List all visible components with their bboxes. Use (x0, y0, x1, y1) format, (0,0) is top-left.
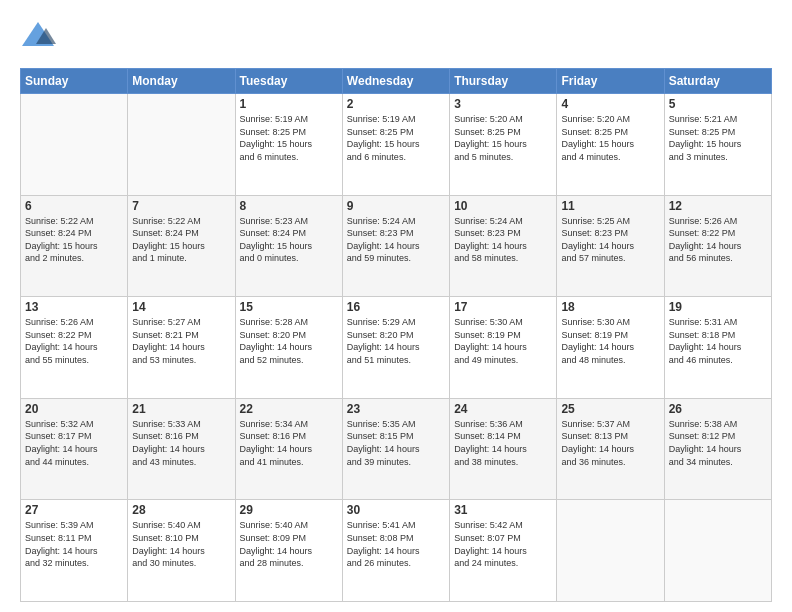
day-cell: 26Sunrise: 5:38 AM Sunset: 8:12 PM Dayli… (664, 398, 771, 500)
day-info: Sunrise: 5:21 AM Sunset: 8:25 PM Dayligh… (669, 113, 767, 163)
day-number: 30 (347, 503, 445, 517)
logo (20, 18, 60, 58)
logo-icon (20, 18, 56, 58)
day-number: 27 (25, 503, 123, 517)
day-number: 7 (132, 199, 230, 213)
day-info: Sunrise: 5:22 AM Sunset: 8:24 PM Dayligh… (132, 215, 230, 265)
day-cell: 3Sunrise: 5:20 AM Sunset: 8:25 PM Daylig… (450, 94, 557, 196)
day-info: Sunrise: 5:25 AM Sunset: 8:23 PM Dayligh… (561, 215, 659, 265)
day-info: Sunrise: 5:30 AM Sunset: 8:19 PM Dayligh… (561, 316, 659, 366)
col-sunday: Sunday (21, 69, 128, 94)
calendar-table: Sunday Monday Tuesday Wednesday Thursday… (20, 68, 772, 602)
col-monday: Monday (128, 69, 235, 94)
day-number: 25 (561, 402, 659, 416)
week-row-5: 27Sunrise: 5:39 AM Sunset: 8:11 PM Dayli… (21, 500, 772, 602)
day-info: Sunrise: 5:30 AM Sunset: 8:19 PM Dayligh… (454, 316, 552, 366)
calendar-header: Sunday Monday Tuesday Wednesday Thursday… (21, 69, 772, 94)
day-cell: 23Sunrise: 5:35 AM Sunset: 8:15 PM Dayli… (342, 398, 449, 500)
day-info: Sunrise: 5:38 AM Sunset: 8:12 PM Dayligh… (669, 418, 767, 468)
week-row-2: 6Sunrise: 5:22 AM Sunset: 8:24 PM Daylig… (21, 195, 772, 297)
day-number: 9 (347, 199, 445, 213)
day-info: Sunrise: 5:26 AM Sunset: 8:22 PM Dayligh… (25, 316, 123, 366)
day-number: 22 (240, 402, 338, 416)
day-number: 31 (454, 503, 552, 517)
day-info: Sunrise: 5:35 AM Sunset: 8:15 PM Dayligh… (347, 418, 445, 468)
day-info: Sunrise: 5:39 AM Sunset: 8:11 PM Dayligh… (25, 519, 123, 569)
day-number: 15 (240, 300, 338, 314)
day-number: 14 (132, 300, 230, 314)
day-number: 16 (347, 300, 445, 314)
day-info: Sunrise: 5:42 AM Sunset: 8:07 PM Dayligh… (454, 519, 552, 569)
header (20, 18, 772, 58)
col-saturday: Saturday (664, 69, 771, 94)
day-info: Sunrise: 5:19 AM Sunset: 8:25 PM Dayligh… (240, 113, 338, 163)
day-cell (557, 500, 664, 602)
day-info: Sunrise: 5:27 AM Sunset: 8:21 PM Dayligh… (132, 316, 230, 366)
day-info: Sunrise: 5:20 AM Sunset: 8:25 PM Dayligh… (454, 113, 552, 163)
day-number: 21 (132, 402, 230, 416)
day-cell: 25Sunrise: 5:37 AM Sunset: 8:13 PM Dayli… (557, 398, 664, 500)
day-cell: 30Sunrise: 5:41 AM Sunset: 8:08 PM Dayli… (342, 500, 449, 602)
day-cell: 21Sunrise: 5:33 AM Sunset: 8:16 PM Dayli… (128, 398, 235, 500)
day-number: 24 (454, 402, 552, 416)
col-tuesday: Tuesday (235, 69, 342, 94)
day-cell: 20Sunrise: 5:32 AM Sunset: 8:17 PM Dayli… (21, 398, 128, 500)
day-cell: 4Sunrise: 5:20 AM Sunset: 8:25 PM Daylig… (557, 94, 664, 196)
day-number: 5 (669, 97, 767, 111)
day-number: 18 (561, 300, 659, 314)
day-number: 1 (240, 97, 338, 111)
day-number: 28 (132, 503, 230, 517)
page: Sunday Monday Tuesday Wednesday Thursday… (0, 0, 792, 612)
day-cell: 17Sunrise: 5:30 AM Sunset: 8:19 PM Dayli… (450, 297, 557, 399)
day-number: 3 (454, 97, 552, 111)
header-row: Sunday Monday Tuesday Wednesday Thursday… (21, 69, 772, 94)
day-number: 17 (454, 300, 552, 314)
day-info: Sunrise: 5:32 AM Sunset: 8:17 PM Dayligh… (25, 418, 123, 468)
day-info: Sunrise: 5:28 AM Sunset: 8:20 PM Dayligh… (240, 316, 338, 366)
day-cell: 7Sunrise: 5:22 AM Sunset: 8:24 PM Daylig… (128, 195, 235, 297)
day-cell: 19Sunrise: 5:31 AM Sunset: 8:18 PM Dayli… (664, 297, 771, 399)
day-cell: 10Sunrise: 5:24 AM Sunset: 8:23 PM Dayli… (450, 195, 557, 297)
day-cell: 31Sunrise: 5:42 AM Sunset: 8:07 PM Dayli… (450, 500, 557, 602)
day-cell: 16Sunrise: 5:29 AM Sunset: 8:20 PM Dayli… (342, 297, 449, 399)
day-cell: 22Sunrise: 5:34 AM Sunset: 8:16 PM Dayli… (235, 398, 342, 500)
week-row-1: 1Sunrise: 5:19 AM Sunset: 8:25 PM Daylig… (21, 94, 772, 196)
day-info: Sunrise: 5:34 AM Sunset: 8:16 PM Dayligh… (240, 418, 338, 468)
day-cell: 5Sunrise: 5:21 AM Sunset: 8:25 PM Daylig… (664, 94, 771, 196)
day-number: 23 (347, 402, 445, 416)
day-cell: 27Sunrise: 5:39 AM Sunset: 8:11 PM Dayli… (21, 500, 128, 602)
day-cell: 18Sunrise: 5:30 AM Sunset: 8:19 PM Dayli… (557, 297, 664, 399)
day-cell: 14Sunrise: 5:27 AM Sunset: 8:21 PM Dayli… (128, 297, 235, 399)
day-info: Sunrise: 5:20 AM Sunset: 8:25 PM Dayligh… (561, 113, 659, 163)
day-info: Sunrise: 5:22 AM Sunset: 8:24 PM Dayligh… (25, 215, 123, 265)
col-friday: Friday (557, 69, 664, 94)
day-number: 2 (347, 97, 445, 111)
calendar-body: 1Sunrise: 5:19 AM Sunset: 8:25 PM Daylig… (21, 94, 772, 602)
day-cell: 13Sunrise: 5:26 AM Sunset: 8:22 PM Dayli… (21, 297, 128, 399)
day-info: Sunrise: 5:40 AM Sunset: 8:10 PM Dayligh… (132, 519, 230, 569)
day-cell: 11Sunrise: 5:25 AM Sunset: 8:23 PM Dayli… (557, 195, 664, 297)
day-info: Sunrise: 5:24 AM Sunset: 8:23 PM Dayligh… (347, 215, 445, 265)
day-number: 29 (240, 503, 338, 517)
col-wednesday: Wednesday (342, 69, 449, 94)
day-number: 6 (25, 199, 123, 213)
day-info: Sunrise: 5:23 AM Sunset: 8:24 PM Dayligh… (240, 215, 338, 265)
day-number: 8 (240, 199, 338, 213)
day-number: 26 (669, 402, 767, 416)
day-cell: 15Sunrise: 5:28 AM Sunset: 8:20 PM Dayli… (235, 297, 342, 399)
day-cell (21, 94, 128, 196)
day-cell (128, 94, 235, 196)
week-row-4: 20Sunrise: 5:32 AM Sunset: 8:17 PM Dayli… (21, 398, 772, 500)
day-cell: 29Sunrise: 5:40 AM Sunset: 8:09 PM Dayli… (235, 500, 342, 602)
day-cell: 24Sunrise: 5:36 AM Sunset: 8:14 PM Dayli… (450, 398, 557, 500)
day-cell: 8Sunrise: 5:23 AM Sunset: 8:24 PM Daylig… (235, 195, 342, 297)
day-cell: 28Sunrise: 5:40 AM Sunset: 8:10 PM Dayli… (128, 500, 235, 602)
day-info: Sunrise: 5:29 AM Sunset: 8:20 PM Dayligh… (347, 316, 445, 366)
day-cell: 9Sunrise: 5:24 AM Sunset: 8:23 PM Daylig… (342, 195, 449, 297)
day-cell: 12Sunrise: 5:26 AM Sunset: 8:22 PM Dayli… (664, 195, 771, 297)
day-number: 13 (25, 300, 123, 314)
day-number: 19 (669, 300, 767, 314)
week-row-3: 13Sunrise: 5:26 AM Sunset: 8:22 PM Dayli… (21, 297, 772, 399)
day-cell: 2Sunrise: 5:19 AM Sunset: 8:25 PM Daylig… (342, 94, 449, 196)
day-info: Sunrise: 5:26 AM Sunset: 8:22 PM Dayligh… (669, 215, 767, 265)
